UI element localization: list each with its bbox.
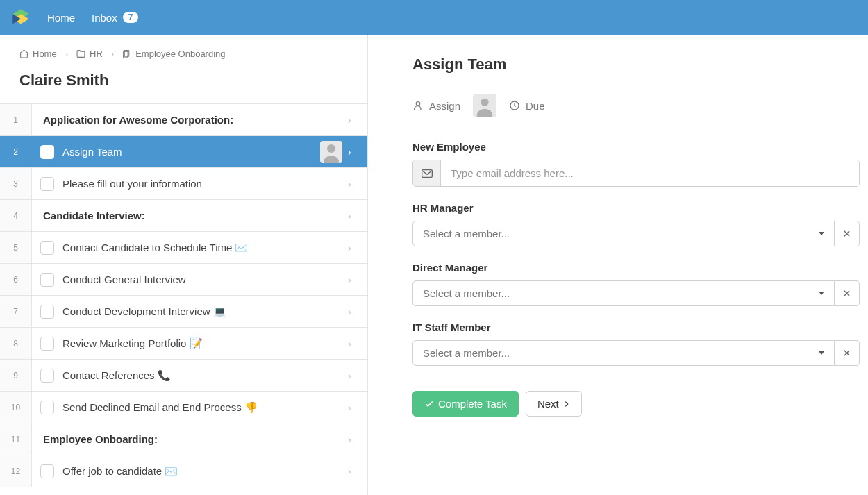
task-number: 8 [0,328,32,359]
task-number: 12 [0,455,32,487]
breadcrumb-item[interactable]: Employee Onboarding [122,49,225,59]
task-checkbox[interactable] [40,401,54,414]
task-label: Contact Candidate to Schedule Time ✉️ [62,242,348,254]
hr-manager-clear[interactable] [835,221,860,246]
breadcrumb-folder[interactable]: HR [76,49,103,59]
email-icon [413,160,441,186]
task-assignee-avatar [320,141,342,163]
task-label: Application for Awesome Corporation: [43,114,348,126]
direct-manager-select[interactable]: Select a member... [412,280,835,306]
it-staff-select[interactable]: Select a member... [412,340,835,366]
task-number: 7 [0,296,32,327]
assignee-avatar[interactable] [473,94,496,117]
task-checkbox[interactable] [40,241,54,255]
task-label: Send Declined Email and End Process 👎 [62,401,348,414]
task-checkbox[interactable] [40,177,54,191]
it-staff-clear[interactable] [835,340,860,366]
user-icon [412,100,424,111]
task-number: 6 [0,264,32,295]
new-employee-input[interactable] [441,160,859,186]
task-list: 1Application for Awesome Corporation:›2A… [0,103,367,487]
breadcrumb: Home › HR › Employee Onboarding [0,35,367,66]
task-label: Offer job to candidate ✉️ [62,465,348,478]
chevron-right-icon: › [348,146,360,158]
breadcrumb-home[interactable]: Home [19,49,57,59]
it-staff-label: IT Staff Member [412,321,860,333]
task-label: Candidate Interview: [43,210,348,221]
hr-manager-label: HR Manager [412,202,860,214]
document-icon [122,49,131,58]
panel-title: Assign Team [412,56,860,74]
check-icon [424,399,434,409]
task-label: Conduct General Interview [62,274,348,285]
chevron-right-icon [563,399,570,409]
inbox-count-badge: 7 [123,12,139,23]
task-row[interactable]: 3Please fill out your information› [0,168,367,200]
page-title: Claire Smith [0,66,367,103]
task-row[interactable]: 11Employee Onboarding:› [0,423,367,455]
task-checkbox[interactable] [40,369,54,383]
task-row[interactable]: 1Application for Awesome Corporation:› [0,104,367,136]
caret-down-icon [819,292,824,295]
top-nav: Home Inbox 7 [0,0,868,35]
task-number: 4 [0,200,32,231]
close-icon [843,290,851,297]
chevron-right-icon: › [348,210,360,221]
task-number: 1 [0,104,32,135]
chevron-right-icon: › [348,370,360,381]
chevron-right-icon: › [348,274,360,285]
due-action[interactable]: Due [509,100,545,112]
svg-rect-13 [422,169,432,177]
task-label: Assign Team [62,146,320,158]
chevron-right-icon: › [348,466,360,477]
task-row[interactable]: 9Contact References 📞› [0,360,367,392]
task-row[interactable]: 4Candidate Interview:› [0,200,367,232]
direct-manager-clear[interactable] [835,280,860,306]
chevron-right-icon: › [348,306,360,317]
task-row[interactable]: 6Conduct General Interview› [0,264,367,296]
chevron-right-icon: › [111,49,114,59]
app-logo [11,8,31,27]
chevron-right-icon: › [65,49,68,59]
chevron-right-icon: › [348,115,360,126]
chevron-right-icon: › [348,402,360,413]
detail-panel: Assign Team Assign Due New Employee [368,35,868,495]
chevron-right-icon: › [348,242,360,253]
hr-manager-select[interactable]: Select a member... [412,221,835,246]
task-number: 3 [0,168,32,199]
task-checkbox[interactable] [40,305,54,319]
direct-manager-label: Direct Manager [412,262,860,274]
caret-down-icon [819,232,824,235]
assign-action[interactable]: Assign [412,100,460,112]
task-row[interactable]: 2Assign Team› [0,136,367,168]
chevron-right-icon: › [348,338,360,349]
task-row[interactable]: 12Offer job to candidate ✉️› [0,455,367,487]
complete-task-button[interactable]: Complete Task [412,391,519,417]
task-row[interactable]: 5Contact Candidate to Schedule Time ✉️› [0,232,367,264]
task-label: Please fill out your information [62,178,348,190]
next-button[interactable]: Next [526,391,582,417]
task-number: 5 [0,232,32,263]
task-row[interactable]: 8Review Marketing Portfolio 📝› [0,328,367,360]
close-icon [843,349,851,357]
task-checkbox[interactable] [40,337,54,351]
task-row[interactable]: 7Conduct Development Interview 💻› [0,296,367,328]
task-checkbox[interactable] [40,464,54,478]
nav-inbox[interactable]: Inbox 7 [92,12,138,24]
panel-actions: Assign Due [412,94,860,117]
task-number: 9 [0,360,32,391]
chevron-right-icon: › [348,434,360,445]
task-checkbox[interactable] [40,273,54,287]
task-label: Conduct Development Interview 💻 [62,305,348,318]
nav-home[interactable]: Home [47,12,75,24]
task-number: 11 [0,423,32,455]
close-icon [843,230,851,237]
task-checkbox[interactable] [40,145,54,159]
chevron-right-icon: › [348,178,360,190]
task-row[interactable]: 10Send Declined Email and End Process 👎› [0,392,367,423]
task-number: 10 [0,392,32,423]
task-number: 2 [0,136,32,167]
folder-icon [76,49,85,58]
new-employee-label: New Employee [412,141,860,153]
task-label: Employee Onboarding: [43,433,348,445]
